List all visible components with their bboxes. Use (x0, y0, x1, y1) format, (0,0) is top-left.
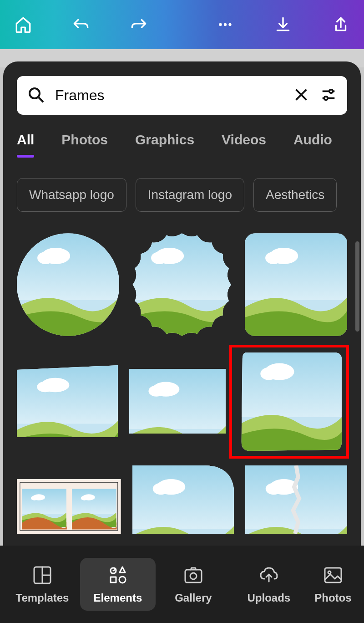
svg-point-10 (228, 23, 231, 26)
elements-panel: All Photos Graphics Videos Audio Whatsap… (3, 61, 361, 546)
frame-rounded-square[interactable] (245, 232, 347, 337)
frame-results (3, 212, 361, 534)
svg-rect-17 (111, 577, 116, 582)
frame-perspective-rect[interactable] (17, 365, 118, 437)
undo-icon[interactable] (71, 15, 91, 34)
frame-scalloped[interactable] (131, 232, 233, 337)
home-icon[interactable] (14, 15, 33, 34)
search-input[interactable] (55, 87, 283, 104)
nav-label: Uploads (247, 592, 290, 604)
clear-search-icon[interactable] (293, 86, 310, 105)
frame-organic-square[interactable] (237, 348, 347, 454)
svg-point-20 (190, 573, 197, 579)
svg-point-11 (30, 88, 40, 98)
nav-label: Elements (94, 592, 142, 604)
more-icon[interactable] (216, 15, 235, 34)
bottom-nav: Templates Elements Gallery Uploads Photo… (0, 546, 364, 623)
app-top-bar (0, 0, 364, 49)
tab-graphics[interactable]: Graphics (135, 128, 194, 158)
share-icon[interactable] (331, 15, 350, 34)
suggestion-chips: Whatsapp logo Instagram logo Aesthetics (3, 158, 361, 212)
nav-gallery[interactable]: Gallery (156, 558, 231, 611)
nav-label: Gallery (175, 592, 212, 604)
nav-label: Photos (314, 592, 351, 604)
frame-filmstrip[interactable] (17, 479, 121, 534)
nav-elements[interactable]: Elements (80, 558, 156, 611)
filter-sliders-icon[interactable] (320, 86, 337, 105)
frame-circle[interactable] (17, 232, 119, 337)
svg-point-12 (329, 89, 333, 93)
svg-point-18 (119, 577, 126, 583)
tab-audio[interactable]: Audio (293, 128, 332, 158)
download-icon[interactable] (273, 15, 293, 34)
chip-whatsapp-logo[interactable]: Whatsapp logo (17, 178, 126, 212)
nav-photos[interactable]: Photos (307, 558, 359, 611)
filter-tabs: All Photos Graphics Videos Audio (3, 115, 361, 158)
search-icon (27, 86, 45, 106)
scrollbar-thumb[interactable] (355, 241, 359, 332)
nav-templates[interactable]: Templates (5, 558, 80, 611)
svg-point-22 (328, 571, 331, 574)
nav-uploads[interactable]: Uploads (231, 558, 307, 611)
frame-curved-corner[interactable] (132, 465, 234, 534)
nav-label: Templates (16, 592, 69, 604)
tab-all[interactable]: All (17, 128, 34, 158)
svg-point-8 (219, 23, 222, 26)
svg-rect-19 (185, 570, 202, 582)
redo-icon[interactable] (129, 15, 148, 34)
svg-rect-21 (325, 568, 341, 582)
frame-torn[interactable] (245, 465, 347, 534)
tab-photos[interactable]: Photos (61, 128, 108, 158)
tab-videos[interactable]: Videos (222, 128, 266, 158)
svg-point-13 (324, 96, 328, 100)
chip-instagram-logo[interactable]: Instagram logo (136, 178, 244, 212)
search-bar (17, 76, 347, 115)
chip-aesthetics[interactable]: Aesthetics (253, 178, 337, 212)
frame-rect[interactable] (129, 369, 226, 434)
svg-point-9 (224, 23, 227, 26)
